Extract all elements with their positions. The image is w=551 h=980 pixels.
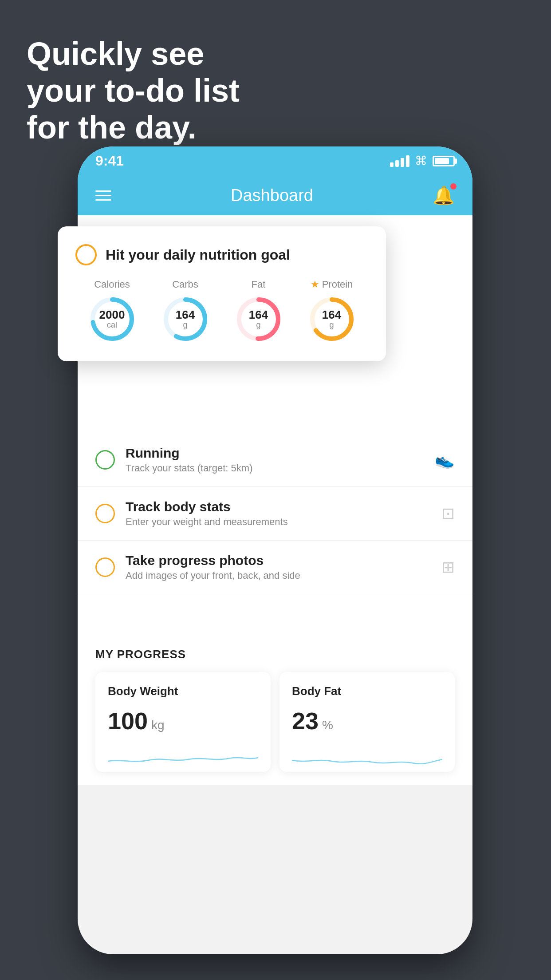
progress-card-fat[interactable]: Body Fat 23 % [279, 672, 455, 772]
donut-fat: 164 g [234, 295, 283, 344]
donut-fat-center: 164 g [249, 309, 268, 330]
wifi-icon: ⌘ [415, 154, 427, 168]
nutrition-carbs: Carbs 164 g [161, 279, 210, 344]
progress-card-weight[interactable]: Body Weight 100 kg [95, 672, 271, 772]
nutrition-card: Hit your daily nutrition goal Calories 2… [58, 226, 386, 361]
progress-unit-weight: kg [151, 718, 165, 732]
battery-icon [433, 156, 455, 166]
wave-chart-weight [108, 743, 258, 770]
progress-card-weight-title: Body Weight [108, 684, 258, 698]
donut-calories-center: 2000 cal [99, 309, 125, 330]
nutrition-calories: Calories 2000 cal [88, 279, 137, 344]
app-headline: Quickly see your to-do list for the day. [27, 36, 240, 146]
todo-circle-bodystats [95, 504, 115, 523]
nutrition-calories-label: Calories [94, 279, 130, 290]
header-title: Dashboard [231, 186, 313, 205]
photo-icon: ⊞ [441, 558, 455, 577]
progress-value-weight: 100 [108, 707, 148, 735]
todo-sub-running: Track your stats (target: 5km) [126, 462, 424, 474]
progress-unit-fat: % [322, 718, 333, 732]
todo-text-bodystats: Track body stats Enter your weight and m… [126, 499, 431, 528]
donut-fat-value: 164 [249, 309, 268, 320]
donut-carbs-unit: g [176, 320, 195, 330]
menu-button[interactable] [95, 190, 111, 201]
nutrition-protein: ★ Protein 164 g [307, 279, 356, 344]
donut-protein-unit: g [322, 320, 341, 330]
donut-carbs-value: 164 [176, 309, 195, 320]
todo-title-photos: Take progress photos [126, 553, 431, 568]
todo-item-photos[interactable]: Take progress photos Add images of your … [78, 541, 472, 594]
nutrition-fat: Fat 164 g [234, 279, 283, 344]
status-time: 9:41 [95, 153, 124, 169]
status-icons: ⌘ [390, 154, 455, 168]
todo-title-bodystats: Track body stats [126, 499, 431, 514]
progress-card-fat-title: Body Fat [292, 684, 442, 698]
running-icon: 👟 [435, 450, 455, 469]
nutrition-fat-label: Fat [252, 279, 266, 290]
todo-circle-photos [95, 557, 115, 577]
progress-value-fat-wrap: 23 % [292, 707, 442, 735]
donut-protein-center: 164 g [322, 309, 341, 330]
notification-badge [450, 183, 457, 190]
card-header: Hit your daily nutrition goal [75, 244, 368, 265]
nutrition-carbs-label: Carbs [172, 279, 198, 290]
signal-icon [390, 155, 409, 167]
todo-text-running: Running Track your stats (target: 5km) [126, 446, 424, 474]
donut-protein-value: 164 [322, 309, 341, 320]
donut-calories-value: 2000 [99, 309, 125, 320]
card-check-circle [75, 244, 97, 265]
notification-button[interactable]: 🔔 [433, 185, 455, 206]
donut-carbs: 164 g [161, 295, 210, 344]
nutrition-protein-label: ★ Protein [311, 279, 353, 290]
star-icon: ★ [311, 279, 319, 290]
app-header: Dashboard 🔔 [78, 175, 472, 215]
progress-cards: Body Weight 100 kg Body Fat 23 % [95, 672, 455, 772]
todo-circle-running [95, 450, 115, 470]
donut-calories: 2000 cal [88, 295, 137, 344]
scale-icon: ⊡ [441, 504, 455, 523]
progress-section: MY PROGRESS Body Weight 100 kg Body Fat [78, 630, 472, 785]
todo-item-running[interactable]: Running Track your stats (target: 5km) 👟 [78, 433, 472, 487]
card-title: Hit your daily nutrition goal [106, 247, 290, 263]
donut-carbs-center: 164 g [176, 309, 195, 330]
nutrition-grid: Calories 2000 cal Carbs [75, 279, 368, 344]
todo-sub-bodystats: Enter your weight and measurements [126, 516, 431, 528]
status-bar: 9:41 ⌘ [78, 146, 472, 175]
progress-value-weight-wrap: 100 kg [108, 707, 258, 735]
todo-sub-photos: Add images of your front, back, and side [126, 570, 431, 581]
donut-protein: 164 g [307, 295, 356, 344]
donut-fat-unit: g [249, 320, 268, 330]
progress-value-fat: 23 [292, 707, 319, 735]
donut-calories-unit: cal [99, 320, 125, 330]
todo-item-bodystats[interactable]: Track body stats Enter your weight and m… [78, 487, 472, 541]
progress-title: MY PROGRESS [95, 648, 455, 661]
todo-text-photos: Take progress photos Add images of your … [126, 553, 431, 581]
wave-chart-fat [292, 743, 442, 770]
todo-list: Running Track your stats (target: 5km) 👟… [78, 433, 472, 594]
todo-title-running: Running [126, 446, 424, 461]
